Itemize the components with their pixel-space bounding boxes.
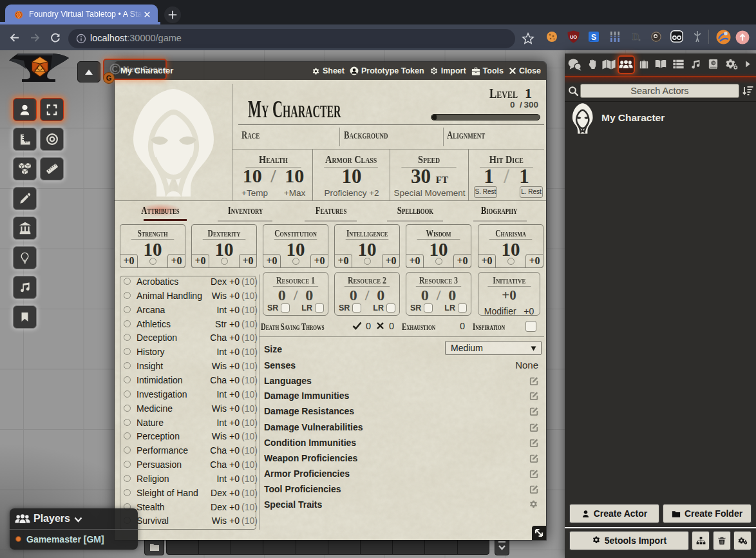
svg-text:UO: UO	[570, 34, 577, 40]
svg-text:D: D	[632, 32, 639, 42]
svg-text:S: S	[591, 33, 596, 42]
